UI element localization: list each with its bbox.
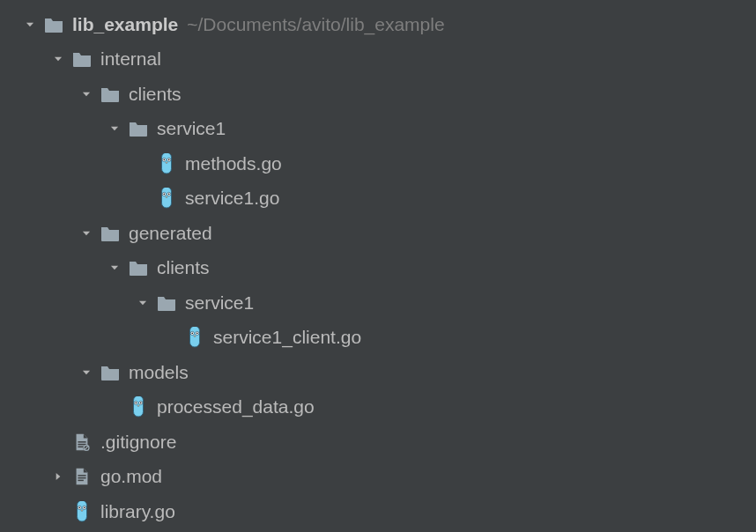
tree-row-file[interactable]: library.go	[5, 494, 756, 529]
tree-label: models	[129, 362, 189, 383]
folder-icon	[99, 83, 122, 106]
project-tree: lib_example ~/Documents/avito/lib_exampl…	[0, 0, 756, 532]
tree-row-file[interactable]: service1.go	[5, 181, 756, 217]
gitignore-file-icon	[70, 431, 93, 454]
tree-label: library.go	[100, 501, 175, 522]
tree-label: internal	[100, 48, 161, 70]
tree-label: clients	[157, 257, 210, 278]
go-file-icon	[70, 500, 93, 523]
chevron-down-icon[interactable]	[76, 223, 97, 244]
folder-icon	[99, 222, 122, 245]
go-file-icon	[155, 152, 178, 175]
tree-row-file[interactable]: methods.go	[5, 146, 756, 181]
folder-icon	[155, 292, 178, 314]
tree-row-internal[interactable]: internal	[5, 42, 756, 78]
tree-row-file[interactable]: service1_client.go	[5, 321, 756, 356]
chevron-down-icon[interactable]	[76, 84, 97, 105]
tree-label: service1	[157, 118, 226, 139]
tree-row-root[interactable]: lib_example ~/Documents/avito/lib_exampl…	[5, 7, 756, 42]
go-file-icon	[127, 395, 150, 418]
tree-label: processed_data.go	[157, 396, 315, 417]
tree-row-file[interactable]: processed_data.go	[5, 390, 756, 425]
tree-label: clients	[129, 84, 182, 105]
folder-icon	[99, 361, 122, 384]
tree-row-service1[interactable]: service1	[5, 112, 756, 147]
tree-row-gitignore[interactable]: .gitignore	[5, 425, 756, 460]
text-file-icon	[70, 465, 93, 488]
chevron-right-icon[interactable]	[48, 466, 69, 487]
tree-label: service1_client.go	[213, 327, 361, 348]
folder-icon	[127, 117, 150, 140]
chevron-down-icon[interactable]	[104, 118, 125, 139]
tree-label: methods.go	[185, 153, 282, 174]
tree-row-gomod[interactable]: go.mod	[5, 460, 756, 495]
tree-row-generated[interactable]: generated	[5, 216, 756, 251]
tree-label: .gitignore	[100, 432, 176, 453]
go-file-icon	[183, 326, 206, 349]
folder-icon	[127, 256, 150, 279]
tree-row-models[interactable]: models	[5, 355, 756, 390]
tree-label: lib_example	[72, 14, 178, 35]
tree-path-hint: ~/Documents/avito/lib_example	[187, 14, 444, 35]
chevron-down-icon[interactable]	[132, 292, 153, 314]
chevron-down-icon[interactable]	[104, 257, 125, 278]
tree-row-clients[interactable]: clients	[5, 77, 756, 112]
tree-label: service1.go	[185, 188, 279, 209]
go-file-icon	[155, 187, 178, 210]
folder-icon	[70, 48, 93, 70]
folder-icon	[42, 13, 65, 36]
tree-label: service1	[185, 292, 254, 314]
tree-row-service1[interactable]: service1	[5, 285, 756, 321]
chevron-down-icon[interactable]	[48, 48, 69, 70]
tree-row-clients[interactable]: clients	[5, 251, 756, 286]
chevron-down-icon[interactable]	[76, 362, 97, 383]
tree-label: go.mod	[100, 466, 162, 487]
tree-label: generated	[129, 223, 212, 244]
chevron-down-icon[interactable]	[19, 14, 41, 35]
